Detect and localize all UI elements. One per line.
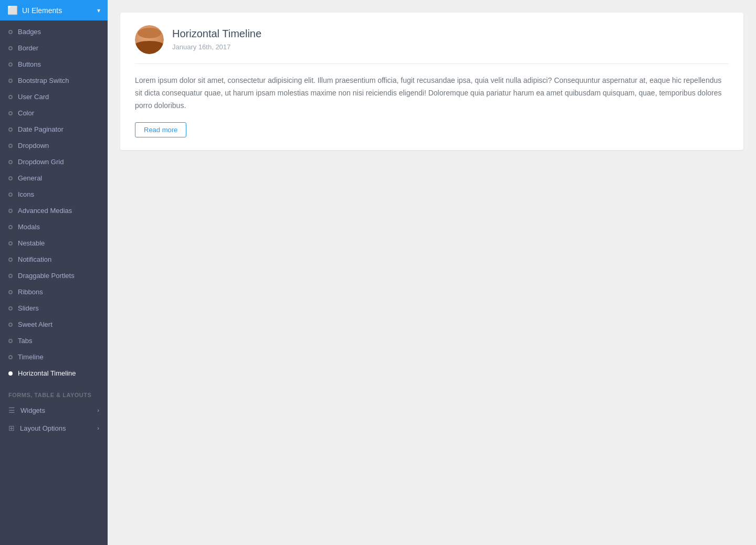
sidebar-header[interactable]: ⬜ UI Elements ▾ [0,0,108,20]
sidebar-item-label: Dropdown Grid [18,158,64,166]
sidebar-item-widgets[interactable]: ☰ Widgets › [0,401,108,419]
sidebar-item-dot [8,144,13,148]
sidebar-item-layout-options[interactable]: ⊞ Layout Options › [0,419,108,437]
avatar-image [135,25,164,54]
sidebar-item-dot [8,176,13,180]
sidebar-item-sweet-alert[interactable]: Sweet Alert [0,316,108,333]
sidebar-item-dot [8,371,13,376]
chevron-down-icon: ▾ [97,7,100,14]
sidebar-item-dot [8,290,13,294]
sidebar-item-dot [8,209,13,213]
sidebar-item-dot [8,193,13,197]
sidebar-item-advanced-medias[interactable]: Advanced Medias [0,202,108,219]
sidebar-item-general[interactable]: General [0,170,108,186]
menu-icon: ☰ [8,406,15,414]
sidebar-item-label: Buttons [18,60,41,68]
sidebar-item-label: Sliders [18,304,39,312]
sidebar-item-user-card[interactable]: User Card [0,89,108,105]
sidebar-item-dot [8,127,13,132]
sidebar-item-dropdown-grid[interactable]: Dropdown Grid [0,154,108,170]
sidebar-item-label: Date Paginator [18,125,64,133]
sidebar-item-label: Bootstrap Switch [18,77,69,84]
sidebar-item-label: Dropdown [18,142,49,149]
sidebar: ⬜ UI Elements ▾ BadgesBorderButtonsBoots… [0,0,108,545]
sidebar-item-dot [8,339,13,343]
monitor-icon: ⬜ [7,5,18,15]
sidebar-item-modals[interactable]: Modals [0,219,108,235]
sidebar-item-dot [8,62,13,67]
sidebar-item-sliders[interactable]: Sliders [0,300,108,316]
sidebar-item-date-paginator[interactable]: Date Paginator [0,121,108,137]
sidebar-item-dot [8,46,13,50]
sidebar-item-nestable[interactable]: Nestable [0,235,108,251]
sidebar-item-tabs[interactable]: Tabs [0,333,108,349]
sidebar-item-label: Sweet Alert [18,320,52,328]
read-more-button[interactable]: Read more [135,122,186,137]
sidebar-item-label: Color [18,109,34,117]
sidebar-item-dot [8,111,13,115]
sidebar-item-label: Timeline [18,353,44,361]
sidebar-item-ribbons[interactable]: Ribbons [0,284,108,300]
avatar [135,25,164,54]
sidebar-item-dot [8,274,13,278]
sidebar-header-label: UI Elements [22,6,62,15]
sidebar-item-label: Border [18,44,38,52]
sidebar-item-dot [8,323,13,327]
sidebar-item-icons[interactable]: Icons [0,186,108,202]
timeline-card: Horizontal Timeline January 16th, 2017 L… [120,13,743,150]
sidebar-item-label: Modals [18,223,40,231]
sidebar-item-label: Badges [18,28,41,36]
sidebar-item-color[interactable]: Color [0,105,108,121]
sidebar-item-label: General [18,174,42,182]
sidebar-item-dot [8,160,13,164]
sidebar-item-label: Ribbons [18,288,43,296]
sidebar-item-draggable-portlets[interactable]: Draggable Portlets [0,268,108,284]
sidebar-item-dot [8,258,13,262]
sidebar-section-label: FORMS, TABLE & LAYOUTS [0,384,108,401]
sidebar-item-label: User Card [18,93,49,101]
sidebar-item-dot [8,355,13,359]
sidebar-item-bootstrap-switch[interactable]: Bootstrap Switch [0,72,108,89]
card-header: Horizontal Timeline January 16th, 2017 [135,25,729,64]
sidebar-item-label: Nestable [18,239,45,247]
sidebar-item-widgets-label: Widgets [20,407,45,414]
card-header-text: Horizontal Timeline January 16th, 2017 [172,28,261,51]
sidebar-item-timeline[interactable]: Timeline [0,349,108,365]
sidebar-item-label: Draggable Portlets [18,272,75,280]
sidebar-item-dot [8,225,13,229]
sidebar-item-horizontal-timeline[interactable]: Horizontal Timeline [0,365,108,381]
sidebar-item-buttons[interactable]: Buttons [0,56,108,72]
sidebar-item-dot [8,30,13,34]
sidebar-item-label: Icons [18,190,34,198]
layout-icon: ⊞ [8,424,15,432]
sidebar-item-dot [8,95,13,99]
sidebar-item-dot [8,306,13,311]
card-body-text: Lorem ipsum dolor sit amet, consectetur … [135,74,729,112]
sidebar-item-label: Tabs [18,337,32,345]
card-title: Horizontal Timeline [172,28,261,40]
sidebar-item-dot [8,79,13,83]
sidebar-nav: BadgesBorderButtonsBootstrap SwitchUser … [0,20,108,384]
chevron-right-icon-2: › [97,425,99,431]
sidebar-item-badges[interactable]: Badges [0,24,108,40]
sidebar-item-border[interactable]: Border [0,40,108,56]
sidebar-item-label: Advanced Medias [18,207,72,215]
sidebar-item-label: Horizontal Timeline [18,369,76,377]
main-content: Horizontal Timeline January 16th, 2017 L… [108,0,756,545]
card-body: Lorem ipsum dolor sit amet, consectetur … [135,64,729,137]
sidebar-item-layout-options-label: Layout Options [20,424,66,432]
sidebar-item-label: Notification [18,255,51,263]
sidebar-item-dropdown[interactable]: Dropdown [0,137,108,154]
chevron-right-icon: › [97,407,99,413]
sidebar-item-dot [8,241,13,245]
sidebar-item-notification[interactable]: Notification [0,251,108,268]
card-date: January 16th, 2017 [172,43,230,51]
